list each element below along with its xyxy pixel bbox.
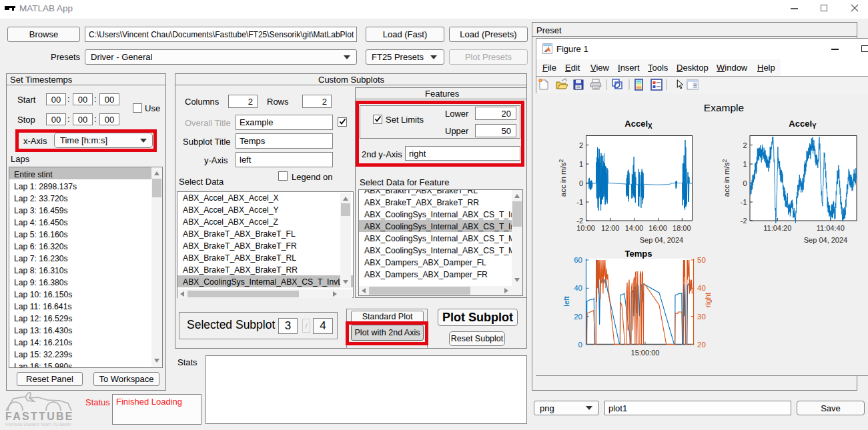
svg-text:0: 0: [743, 179, 747, 187]
svg-text:1: 1: [743, 160, 747, 168]
svg-text:1: 1: [579, 160, 583, 168]
svg-text:-1: -1: [741, 198, 747, 206]
svg-text:30: 30: [697, 313, 706, 321]
svg-text:20: 20: [574, 313, 582, 321]
svg-text:11:04:20: 11:04:20: [763, 224, 791, 232]
svg-text:0: 0: [578, 341, 582, 349]
svg-text:12:00: 12:00: [601, 224, 620, 232]
svg-text:60: 60: [574, 256, 582, 264]
svg-text:Temps: Temps: [625, 249, 653, 259]
svg-text:15:00:00: 15:00:00: [631, 349, 660, 357]
svg-text:40: 40: [697, 284, 706, 292]
svg-text:18:00: 18:00: [673, 224, 691, 232]
svg-text:right: right: [704, 292, 712, 307]
svg-text:acc in m/s2: acc in m/s2: [558, 159, 567, 197]
svg-text:-1: -1: [576, 198, 583, 206]
svg-text:Formula Student Team TU Berlin: Formula Student Team TU Berlin: [5, 421, 71, 427]
svg-text:Sep 04, 2024: Sep 04, 2024: [804, 236, 847, 244]
svg-text:acc in m/s2: acc in m/s2: [721, 159, 731, 197]
svg-text:FASTTUBE: FASTTUBE: [5, 411, 73, 422]
svg-text:-2: -2: [741, 217, 747, 225]
svg-text:11:04:40: 11:04:40: [817, 224, 845, 232]
svg-text:0: 0: [579, 179, 583, 187]
svg-text:40: 40: [574, 284, 582, 292]
svg-text:10:00: 10:00: [576, 224, 595, 232]
svg-text:Sep 04, 2024: Sep 04, 2024: [640, 236, 683, 244]
svg-text:20: 20: [697, 341, 706, 349]
svg-text:left: left: [562, 296, 570, 307]
svg-text:16:00: 16:00: [648, 224, 667, 232]
svg-text:50: 50: [697, 256, 706, 264]
svg-text:14:00: 14:00: [625, 224, 644, 232]
svg-text:2: 2: [743, 141, 747, 149]
svg-text:2: 2: [579, 141, 583, 149]
svg-text:Example: Example: [704, 102, 744, 113]
